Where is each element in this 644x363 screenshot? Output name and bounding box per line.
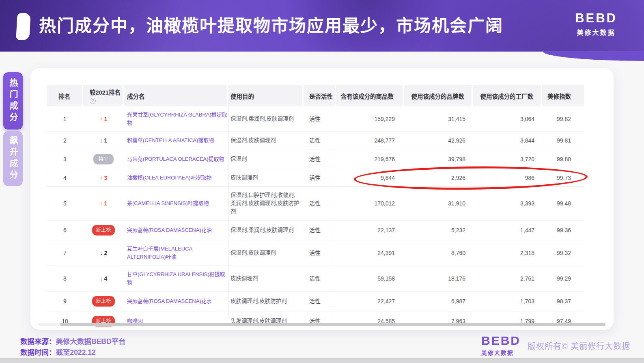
table-row: 10 新上榜 咖啡因 头发调理剂,皮肤调理剂 活性 24,585 7,963 1… bbox=[47, 311, 584, 331]
brand-count-cell: 18,176 bbox=[404, 266, 473, 292]
ingredient-name-link[interactable]: 积雪草(CENTELLA ASIATICA)提取物 bbox=[124, 132, 228, 149]
tab-rising-ingredients[interactable]: 飙升成分 bbox=[3, 131, 23, 186]
rank-cell: 6 bbox=[47, 220, 83, 240]
ingredient-name-link[interactable]: 光果甘草(GLYCYRRHIZA GLABRA)根提取物 bbox=[124, 106, 228, 132]
rank-change: ↓ 4 bbox=[100, 274, 108, 283]
factory-count-cell: 3,844 bbox=[473, 132, 542, 149]
scrollbar-thumb[interactable] bbox=[60, 323, 605, 326]
rank-cell: 8 bbox=[47, 266, 83, 292]
index-cell: 99.36 bbox=[542, 220, 584, 240]
active-cell: 活性 bbox=[304, 149, 336, 169]
product-count-cell: 22,137 bbox=[336, 220, 404, 240]
ingredient-name-link[interactable]: 茶(CAMELLIA SINENSIS)叶提取物 bbox=[124, 187, 228, 220]
rank-cell: 5 bbox=[47, 187, 83, 220]
active-cell: 活性 bbox=[304, 169, 336, 187]
ingredient-name[interactable]: 突厥蔷薇(ROSA DAMASCENA)花油 bbox=[127, 227, 212, 233]
col-header-name: 成分名 bbox=[124, 85, 228, 106]
product-count-cell: 170,012 bbox=[336, 187, 404, 220]
rank-value: 8 bbox=[63, 275, 67, 282]
factory-count-cell: 2,318 bbox=[473, 240, 542, 266]
tab-hot-ingredients[interactable]: 热门成分 bbox=[3, 72, 23, 130]
ingredient-name-link[interactable]: 油橄榄(OLEA EUROPAEA)叶提取物 bbox=[124, 169, 228, 187]
col-header-change-label: 较2021排名 bbox=[90, 88, 123, 96]
product-count-cell: 24,391 bbox=[336, 240, 404, 266]
factory-count-cell: 1,799 bbox=[473, 311, 542, 331]
ingredient-name-link[interactable]: 突厥蔷薇(ROSA DAMASCENA)花水 bbox=[124, 292, 228, 311]
brand-count-cell: 31,910 bbox=[404, 187, 473, 220]
col-header-change: 较2021排名 ? bbox=[83, 85, 124, 106]
horizontal-scrollbar[interactable] bbox=[38, 323, 605, 326]
rank-change-cell: 持平 bbox=[83, 149, 124, 169]
factory-count-cell: 986 bbox=[473, 169, 542, 187]
ingredient-name[interactable]: 光果甘草(GLYCYRRHIZA GLABRA)根提取物 bbox=[127, 112, 227, 126]
rank-change-cell: 新上榜 bbox=[83, 292, 124, 311]
header-banner: 热门成分中，油橄榄叶提取物市场应用最少，市场机会广阔 BEBD 美修大数据 bbox=[0, 0, 644, 52]
active-cell: 活性 bbox=[304, 106, 336, 132]
rank-change-cell: ↑ 3 bbox=[83, 169, 124, 187]
ingredient-name-link[interactable]: 马齿苋(PORTULACA OLERACEA)提取物 bbox=[124, 149, 228, 169]
table-row: 3 持平 马齿苋(PORTULACA OLERACEA)提取物 保湿剂 活性 2… bbox=[47, 149, 584, 169]
rank-cell: 4 bbox=[47, 169, 83, 187]
rank-change: 新上榜 bbox=[92, 296, 115, 307]
footer-bebd-logo: BEBD 美修大数据 bbox=[481, 335, 521, 357]
ingredient-name[interactable]: 马齿苋(PORTULACA OLERACEA)提取物 bbox=[127, 156, 224, 162]
header-swoosh bbox=[543, 51, 644, 61]
help-icon[interactable]: ? bbox=[90, 98, 96, 104]
table-row: 8 ↓ 4 甘草(GLYCYRRHIZA URALENSIS)根提取物 皮肤调理… bbox=[47, 266, 584, 292]
ingredient-name[interactable]: 积雪草(CENTELLA ASIATICA)提取物 bbox=[127, 137, 214, 143]
purpose-cell: 皮肤调理剂,皮肤防护剂 bbox=[228, 292, 304, 311]
ingredient-name-link[interactable]: 甘草(GLYCYRRHIZA URALENSIS)根提取物 bbox=[124, 266, 228, 292]
rank-change-cell: ↓ 2 bbox=[83, 240, 124, 266]
rank-change-cell: ↑ 1 bbox=[83, 106, 124, 132]
rank-change-cell: ↓ 4 bbox=[83, 266, 124, 292]
product-count-cell: 9,644 bbox=[336, 169, 404, 187]
rank-cell: 3 bbox=[47, 149, 83, 169]
rank-change-cell: ↓ 1 bbox=[83, 132, 124, 149]
rank-value: 2 bbox=[63, 137, 67, 144]
table-row: 1 ↑ 1 光果甘草(GLYCYRRHIZA GLABRA)根提取物 保湿剂,柔… bbox=[47, 106, 584, 132]
product-count-cell: 22,427 bbox=[336, 292, 404, 311]
index-cell: 99.80 bbox=[542, 149, 584, 169]
index-cell: 99.81 bbox=[542, 132, 584, 149]
table-row: 4 ↑ 3 油橄榄(OLEA EUROPAEA)叶提取物 皮肤调理剂 活性 9,… bbox=[47, 169, 584, 187]
rank-change: ↑ 3 bbox=[100, 174, 108, 182]
rank-change: 持平 bbox=[93, 154, 113, 164]
factory-count-cell: 1,447 bbox=[473, 220, 542, 240]
table-row: 2 ↓ 1 积雪草(CENTELLA ASIATICA)提取物 保湿剂,皮肤调理… bbox=[47, 132, 584, 149]
data-time-label: 数据时间： bbox=[20, 348, 56, 357]
ingredient-name-link[interactable]: 互生叶白千层(MELALEUCA ALTERNIFOLIA)叶油 bbox=[124, 240, 228, 266]
purpose-cell: 保湿剂 bbox=[228, 149, 304, 169]
ingredient-name-link[interactable]: 突厥蔷薇(ROSA DAMASCENA)花油 bbox=[124, 220, 228, 240]
table-row: 5 ↑ 1 茶(CAMELLIA SINENSIS)叶提取物 保湿剂,口腔护理剂… bbox=[47, 187, 584, 220]
ingredient-name[interactable]: 互生叶白千层(MELALEUCA ALTERNIFOLIA)叶油 bbox=[127, 246, 192, 260]
rank-value: 3 bbox=[63, 156, 67, 162]
bebd-logo-subtitle: 美修大数据 bbox=[575, 27, 617, 37]
purpose-cell: 保湿剂,口腔护理剂,收敛剂,柔润剂,皮肤调理剂,皮肤防护剂 bbox=[228, 187, 304, 220]
ingredient-name[interactable]: 甘草(GLYCYRRHIZA URALENSIS)根提取物 bbox=[127, 271, 225, 285]
table-row: 7 ↓ 2 互生叶白千层(MELALEUCA ALTERNIFOLIA)叶油 保… bbox=[47, 240, 584, 266]
active-cell: 活性 bbox=[304, 187, 336, 220]
brand-count-cell: 7,963 bbox=[404, 311, 473, 331]
rank-value: 4 bbox=[63, 175, 67, 181]
ingredient-name-link[interactable]: 咖啡因 bbox=[124, 311, 228, 331]
rank-value: 6 bbox=[63, 227, 67, 233]
table-row: 9 新上榜 突厥蔷薇(ROSA DAMASCENA)花水 皮肤调理剂,皮肤防护剂… bbox=[47, 292, 584, 311]
purpose-cell: 保湿剂,皮肤调理剂 bbox=[228, 240, 304, 266]
rank-value: 5 bbox=[63, 200, 67, 207]
footer-data-info: 数据来源：美修大数据BEBD平台 数据时间：截至2022.12 bbox=[20, 336, 126, 358]
ingredient-name[interactable]: 油橄榄(OLEA EUROPAEA)叶提取物 bbox=[127, 175, 212, 181]
col-header-products: 含有该成分的商品数 bbox=[336, 85, 404, 106]
brand-count-cell: 2,926 bbox=[404, 169, 473, 187]
brand-count-cell: 8,760 bbox=[404, 240, 473, 266]
column-divider bbox=[333, 85, 333, 318]
purpose-cell: 保湿剂,柔润剂,皮肤调理剂 bbox=[228, 106, 304, 132]
factory-count-cell: 3,720 bbox=[473, 149, 542, 169]
factory-count-cell: 3,393 bbox=[473, 187, 542, 220]
col-header-active: 是否活性 bbox=[304, 85, 336, 106]
rank-cell: 2 bbox=[47, 132, 83, 149]
col-header-rank: 排名 bbox=[47, 85, 83, 106]
product-count-cell: 159,229 bbox=[336, 106, 404, 132]
ingredient-name[interactable]: 突厥蔷薇(ROSA DAMASCENA)花水 bbox=[127, 298, 212, 304]
page-title: 热门成分中，油橄榄叶提取物市场应用最少，市场机会广阔 bbox=[39, 14, 503, 38]
ingredient-name[interactable]: 茶(CAMELLIA SINENSIS)叶提取物 bbox=[127, 200, 209, 206]
